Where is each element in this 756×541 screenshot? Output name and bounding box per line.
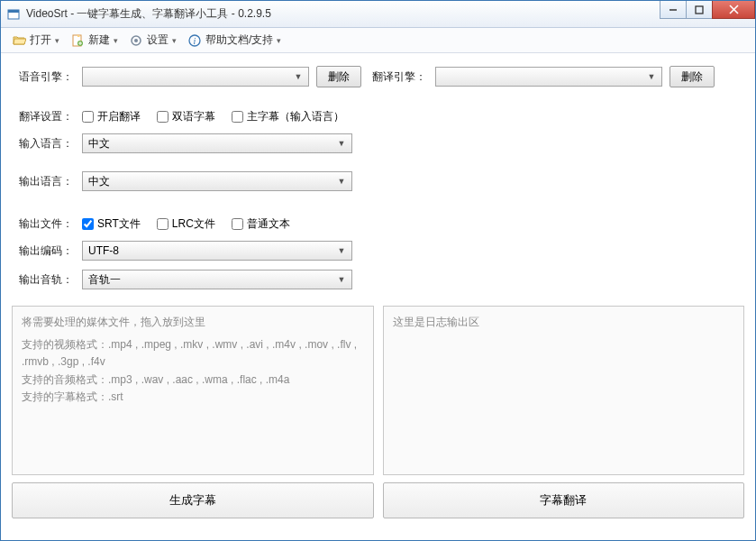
settings-menu[interactable]: 设置 ▾: [125, 31, 180, 50]
content-area: 语音引擎： ▼ 删除 翻译引擎： ▼ 删除 翻译设置： 开启翻译 双语字幕 主字…: [1, 53, 755, 306]
output-language-label: 输出语言：: [19, 174, 82, 189]
input-language-combo[interactable]: 中文▼: [82, 133, 352, 153]
minimize-button[interactable]: [660, 1, 687, 19]
titlebar: VideoSrt - 一键字幕生成、字幕翻译小工具 - 0.2.9.5: [1, 1, 755, 28]
help-menu[interactable]: i 帮助文档/支持 ▾: [184, 31, 285, 50]
chevron-down-icon: ▼: [335, 273, 348, 286]
settings-label: 设置: [147, 32, 169, 48]
plain-text-checkbox[interactable]: 普通文本: [232, 216, 290, 232]
svg-line-4: [730, 5, 738, 14]
audio-formats: 支持的音频格式：.mp3 , .wav , .aac , .wma , .fla…: [22, 371, 364, 389]
panels-row: 将需要处理的媒体文件，拖入放到这里 支持的视频格式：.mp4 , .mpeg ,…: [1, 306, 755, 475]
engine-row: 语音引擎： ▼ 删除 翻译引擎： ▼ 删除: [19, 66, 737, 87]
chevron-down-icon: ▼: [335, 244, 348, 257]
speech-engine-label: 语音引擎：: [19, 69, 75, 85]
chevron-down-icon: ▼: [335, 175, 348, 188]
chevron-down-icon: ▼: [292, 70, 305, 83]
output-files-row: 输出文件： SRT文件 LRC文件 普通文本: [19, 216, 737, 232]
translate-engine-delete-button[interactable]: 删除: [669, 66, 715, 87]
input-language-label: 输入语言：: [19, 136, 82, 151]
new-label: 新建: [88, 32, 110, 48]
help-label: 帮助文档/支持: [205, 32, 273, 48]
bilingual-checkbox[interactable]: 双语字幕: [157, 109, 215, 124]
speech-engine-combo[interactable]: ▼: [82, 67, 309, 87]
subtitle-formats: 支持的字幕格式：.srt: [22, 389, 364, 406]
drop-zone-panel[interactable]: 将需要处理的媒体文件，拖入放到这里 支持的视频格式：.mp4 , .mpeg ,…: [12, 306, 374, 475]
output-language-combo[interactable]: 中文▼: [82, 171, 352, 191]
video-formats: 支持的视频格式：.mp4 , .mpeg , .mkv , .wmv , .av…: [22, 336, 364, 371]
translate-subtitle-button[interactable]: 字幕翻译: [383, 482, 745, 518]
generate-subtitle-button[interactable]: 生成字幕: [12, 482, 374, 518]
enable-translate-checkbox[interactable]: 开启翻译: [82, 109, 141, 124]
translate-engine-label: 翻译引擎：: [372, 69, 428, 85]
srt-checkbox[interactable]: SRT文件: [82, 216, 141, 232]
output-track-combo[interactable]: 音轨一▼: [82, 270, 352, 289]
speech-engine-delete-button[interactable]: 删除: [316, 66, 361, 87]
new-file-icon: [70, 33, 85, 48]
lrc-checkbox[interactable]: LRC文件: [157, 216, 215, 232]
log-panel: 这里是日志输出区: [383, 306, 745, 475]
translate-settings-row: 翻译设置： 开启翻译 双语字幕 主字幕（输入语言）: [19, 109, 737, 124]
svg-point-11: [134, 39, 138, 42]
svg-rect-3: [696, 6, 703, 14]
caret-down-icon: ▾: [55, 36, 59, 45]
close-button[interactable]: [712, 1, 755, 19]
svg-text:i: i: [194, 36, 196, 46]
app-icon: [6, 7, 21, 22]
window-controls: [660, 1, 755, 27]
bottom-button-row: 生成字幕 字幕翻译: [1, 475, 755, 527]
output-encoding-combo[interactable]: UTF-8▼: [82, 241, 352, 261]
folder-open-icon: [12, 33, 26, 48]
maximize-button[interactable]: [686, 1, 713, 19]
open-menu[interactable]: 打开 ▾: [8, 31, 63, 50]
gear-icon: [129, 33, 143, 48]
drop-hint: 将需要处理的媒体文件，拖入放到这里: [22, 314, 364, 331]
log-placeholder: 这里是日志输出区: [393, 314, 735, 331]
translate-engine-combo[interactable]: ▼: [435, 67, 662, 87]
caret-down-icon: ▾: [114, 36, 118, 45]
chevron-down-icon: ▼: [645, 70, 658, 83]
output-files-label: 输出文件：: [19, 216, 82, 232]
svg-rect-1: [8, 10, 19, 13]
main-subtitle-checkbox[interactable]: 主字幕（输入语言）: [232, 109, 344, 124]
toolbar: 打开 ▾ 新建 ▾ 设置 ▾ i 帮助文档/支持 ▾: [1, 28, 755, 53]
info-icon: i: [187, 33, 202, 48]
new-menu[interactable]: 新建 ▾: [67, 31, 122, 50]
output-encoding-label: 输出编码：: [19, 243, 82, 259]
svg-line-5: [730, 5, 738, 14]
open-label: 打开: [30, 32, 51, 48]
window-title: VideoSrt - 一键字幕生成、字幕翻译小工具 - 0.2.9.5: [26, 6, 660, 22]
chevron-down-icon: ▼: [335, 137, 348, 150]
caret-down-icon: ▾: [172, 36, 177, 45]
output-track-label: 输出音轨：: [19, 272, 82, 288]
translate-settings-label: 翻译设置：: [19, 109, 82, 124]
caret-down-icon: ▾: [277, 36, 281, 45]
